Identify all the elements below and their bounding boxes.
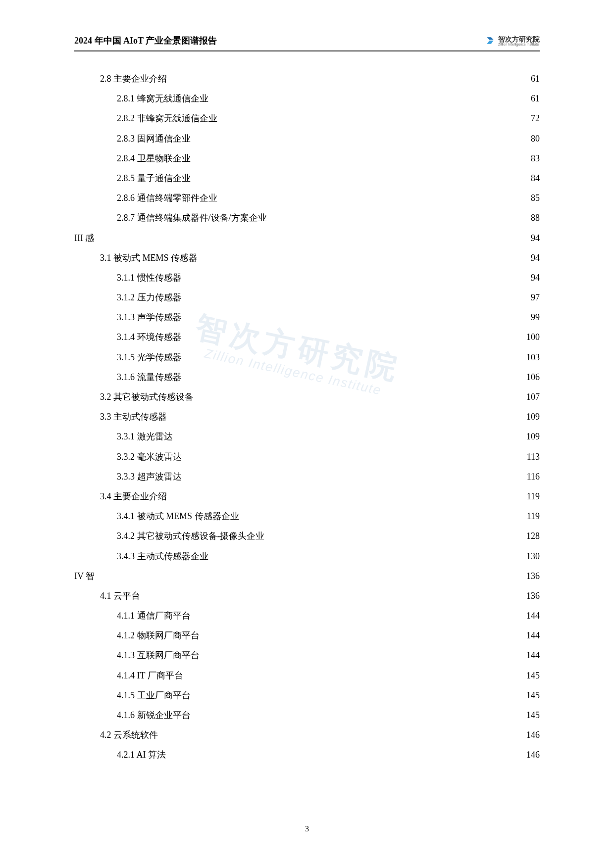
toc-page: 136 bbox=[522, 587, 540, 604]
toc-page: 109 bbox=[522, 428, 540, 445]
toc-row[interactable]: 4.1.3 互联网厂商平台144 bbox=[74, 647, 540, 664]
toc-page: 94 bbox=[522, 269, 540, 286]
toc-title: 3.4 主要企业介绍 bbox=[100, 488, 167, 505]
logo-text-cn: 智次方研究院 bbox=[498, 36, 540, 43]
toc-title: 3.1 被动式 MEMS 传感器 bbox=[100, 249, 198, 266]
toc-row[interactable]: 3.4 主要企业介绍119 bbox=[74, 488, 540, 505]
toc-container: 2.8 主要企业介绍612.8.1 蜂窝无线通信企业612.8.2 非蜂窝无线通… bbox=[74, 70, 540, 764]
toc-title: 2.8.5 量子通信企业 bbox=[117, 170, 191, 187]
toc-row[interactable]: 3.1.3 声学传感器99 bbox=[74, 309, 540, 326]
toc-row[interactable]: 3.1.1 惯性传感器94 bbox=[74, 269, 540, 286]
toc-title: 3.3.3 超声波雷达 bbox=[117, 468, 182, 485]
toc-row[interactable]: 4.1.6 新锐企业平台145 bbox=[74, 707, 540, 723]
toc-page: 145 bbox=[522, 687, 540, 704]
toc-row[interactable]: 3.3 主动式传感器109 bbox=[74, 408, 540, 425]
toc-row[interactable]: 3.3.2 毫米波雷达113 bbox=[74, 448, 540, 465]
toc-title: 2.8.6 通信终端零部件企业 bbox=[117, 190, 217, 206]
logo-icon bbox=[485, 36, 495, 46]
toc-title: 3.1.5 光学传感器 bbox=[117, 349, 182, 366]
toc-row[interactable]: 3.1.6 流量传感器106 bbox=[74, 369, 540, 386]
toc-title: 3.1.2 压力传感器 bbox=[117, 289, 182, 306]
toc-page: 128 bbox=[522, 528, 540, 544]
toc-page: 136 bbox=[522, 568, 540, 584]
toc-page: 88 bbox=[522, 209, 540, 226]
toc-row[interactable]: 4.1.1 通信厂商平台144 bbox=[74, 607, 540, 624]
toc-title: 3.4.2 其它被动式传感设备-摄像头企业 bbox=[117, 528, 265, 544]
toc-title: 3.3.2 毫米波雷达 bbox=[117, 448, 182, 465]
toc-title: 3.4.3 主动式传感器企业 bbox=[117, 548, 208, 565]
toc-page: 144 bbox=[522, 627, 540, 644]
toc-page: 119 bbox=[522, 488, 540, 505]
toc-title: 3.1.1 惯性传感器 bbox=[117, 269, 182, 286]
toc-page: 144 bbox=[522, 607, 540, 624]
toc-row[interactable]: 3.2 其它被动式传感设备107 bbox=[74, 388, 540, 405]
toc-row[interactable]: 3.4.2 其它被动式传感设备-摄像头企业128 bbox=[74, 528, 540, 544]
toc-title: 4.1.1 通信厂商平台 bbox=[117, 607, 191, 624]
toc-row[interactable]: 3.4.3 主动式传感器企业130 bbox=[74, 548, 540, 565]
toc-title: 2.8.7 通信终端集成器件/设备/方案企业 bbox=[117, 209, 267, 226]
toc-row[interactable]: 2.8.7 通信终端集成器件/设备/方案企业88 bbox=[74, 209, 540, 226]
toc-row[interactable]: 4.1 云平台136 bbox=[74, 587, 540, 604]
toc-page: 85 bbox=[522, 190, 540, 206]
toc-page: 107 bbox=[522, 388, 540, 405]
toc-row[interactable]: 3.1.4 环境传感器100 bbox=[74, 329, 540, 345]
toc-row[interactable]: 3.1.5 光学传感器103 bbox=[74, 349, 540, 366]
toc-page: 106 bbox=[522, 369, 540, 386]
toc-title: 4.2.1 AI 算法 bbox=[117, 746, 166, 763]
toc-row[interactable]: 3.1.2 压力传感器97 bbox=[74, 289, 540, 306]
toc-title: 4.1.6 新锐企业平台 bbox=[117, 707, 191, 723]
toc-row[interactable]: 2.8.1 蜂窝无线通信企业61 bbox=[74, 90, 540, 107]
toc-row[interactable]: 4.2 云系统软件146 bbox=[74, 726, 540, 743]
page-number: 3 bbox=[0, 824, 614, 833]
toc-title: 3.2 其它被动式传感设备 bbox=[100, 388, 194, 405]
toc-title: 4.1.3 互联网厂商平台 bbox=[117, 647, 200, 664]
toc-row[interactable]: 4.1.5 工业厂商平台145 bbox=[74, 687, 540, 704]
header-logo: 智次方研究院 Zillion Intelligence Institute bbox=[485, 36, 540, 46]
toc-row[interactable]: IV 智136 bbox=[74, 568, 540, 584]
toc-title: III 感 bbox=[74, 230, 94, 246]
toc-page: 119 bbox=[522, 508, 540, 525]
toc-row[interactable]: 3.3.1 激光雷达109 bbox=[74, 428, 540, 445]
toc-row[interactable]: 2.8.3 固网通信企业80 bbox=[74, 130, 540, 147]
toc-title: 2.8.4 卫星物联企业 bbox=[117, 150, 191, 167]
logo-text-en: Zillion Intelligence Institute bbox=[498, 43, 540, 46]
toc-page: 94 bbox=[522, 230, 540, 246]
toc-row[interactable]: 2.8.4 卫星物联企业83 bbox=[74, 150, 540, 167]
toc-page: 97 bbox=[522, 289, 540, 306]
table-of-contents: 2.8 主要企业介绍612.8.1 蜂窝无线通信企业612.8.2 非蜂窝无线通… bbox=[74, 70, 540, 764]
toc-page: 94 bbox=[522, 249, 540, 266]
toc-title: 4.2 云系统软件 bbox=[100, 726, 158, 743]
toc-row[interactable]: 3.1 被动式 MEMS 传感器94 bbox=[74, 249, 540, 266]
toc-page: 146 bbox=[522, 746, 540, 763]
toc-title: IV 智 bbox=[74, 568, 95, 584]
toc-title: 2.8.1 蜂窝无线通信企业 bbox=[117, 90, 208, 107]
toc-row[interactable]: 2.8.6 通信终端零部件企业85 bbox=[74, 190, 540, 206]
toc-page: 72 bbox=[522, 110, 540, 127]
toc-page: 99 bbox=[522, 309, 540, 326]
toc-row[interactable]: 3.3.3 超声波雷达116 bbox=[74, 468, 540, 485]
toc-row[interactable]: 3.4.1 被动式 MEMS 传感器企业119 bbox=[74, 508, 540, 525]
toc-title: 4.1.2 物联网厂商平台 bbox=[117, 627, 200, 644]
toc-row[interactable]: 2.8.5 量子通信企业84 bbox=[74, 170, 540, 187]
toc-row[interactable]: 4.2.1 AI 算法146 bbox=[74, 746, 540, 763]
toc-row[interactable]: 2.8.2 非蜂窝无线通信企业72 bbox=[74, 110, 540, 127]
logo-text: 智次方研究院 Zillion Intelligence Institute bbox=[498, 36, 540, 46]
toc-page: 130 bbox=[522, 548, 540, 565]
toc-row[interactable]: 4.1.4 IT 厂商平台145 bbox=[74, 667, 540, 684]
toc-title: 4.1 云平台 bbox=[100, 587, 140, 604]
toc-page: 100 bbox=[522, 329, 540, 345]
toc-title: 2.8 主要企业介绍 bbox=[100, 70, 167, 87]
toc-row[interactable]: III 感94 bbox=[74, 230, 540, 246]
toc-page: 61 bbox=[522, 70, 540, 87]
toc-title: 3.3 主动式传感器 bbox=[100, 408, 167, 425]
toc-page: 145 bbox=[522, 707, 540, 723]
toc-page: 109 bbox=[522, 408, 540, 425]
toc-page: 145 bbox=[522, 667, 540, 684]
toc-page: 84 bbox=[522, 170, 540, 187]
toc-title: 3.4.1 被动式 MEMS 传感器企业 bbox=[117, 508, 239, 525]
toc-row[interactable]: 2.8 主要企业介绍61 bbox=[74, 70, 540, 87]
toc-row[interactable]: 4.1.2 物联网厂商平台144 bbox=[74, 627, 540, 644]
toc-page: 103 bbox=[522, 349, 540, 366]
toc-page: 116 bbox=[522, 468, 540, 485]
toc-page: 83 bbox=[522, 150, 540, 167]
